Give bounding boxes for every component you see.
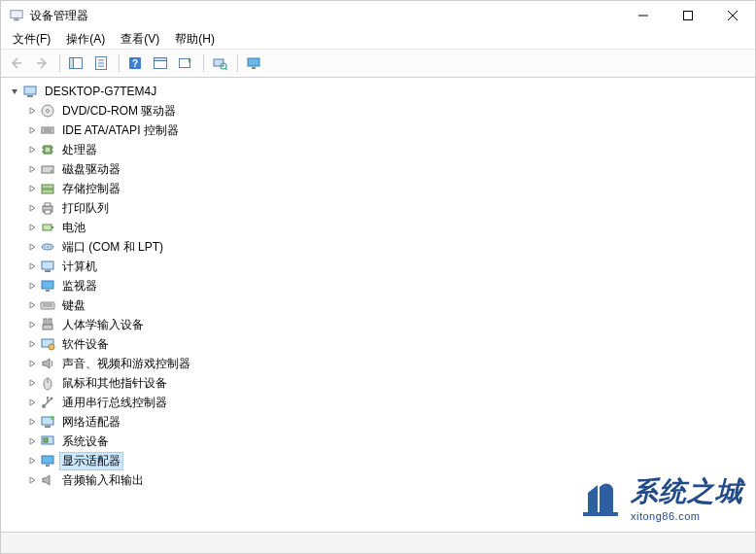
expander-closed-icon[interactable] xyxy=(24,475,40,485)
expander-closed-icon[interactable] xyxy=(24,203,40,213)
tree-category-label[interactable]: 声音、视频和游戏控制器 xyxy=(59,355,193,373)
menu-file[interactable]: 文件(F) xyxy=(5,29,58,50)
toolbar-showhide-button[interactable] xyxy=(64,52,87,74)
tree-category-label[interactable]: 磁盘驱动器 xyxy=(59,160,123,179)
tree-category-label[interactable]: 端口 (COM 和 LPT) xyxy=(59,238,166,257)
expander-closed-icon[interactable] xyxy=(24,184,40,193)
menu-view[interactable]: 查看(V) xyxy=(113,29,167,50)
sound-icon xyxy=(40,356,55,371)
tree-category-node[interactable]: 网络适配器 xyxy=(24,412,753,432)
expander-closed-icon[interactable] xyxy=(24,456,40,466)
expander-closed-icon[interactable] xyxy=(24,145,40,155)
ide-icon xyxy=(40,122,55,138)
tree-category-label[interactable]: IDE ATA/ATAPI 控制器 xyxy=(59,121,182,140)
expander-closed-icon[interactable] xyxy=(24,223,40,232)
watermark-url: xitong86.com xyxy=(631,510,743,522)
expander-closed-icon[interactable] xyxy=(24,164,40,174)
tree-category-node[interactable]: 软件设备 xyxy=(24,334,753,354)
tree-category-label[interactable]: 网络适配器 xyxy=(59,413,123,432)
toolbar-scan-button[interactable] xyxy=(208,52,231,74)
tree-category-node[interactable]: 通用串行总线控制器 xyxy=(24,393,753,412)
tree-category-node[interactable]: 端口 (COM 和 LPT) xyxy=(24,237,753,257)
expander-closed-icon[interactable] xyxy=(24,261,40,271)
menubar: 文件(F) 操作(A) 查看(V) 帮助(H) xyxy=(1,30,755,50)
tree-category-node[interactable]: 监视器 xyxy=(24,276,753,295)
tree-category-node[interactable]: IDE ATA/ATAPI 控制器 xyxy=(24,121,753,140)
tree-root-node[interactable]: DESKTOP-G7TEM4J xyxy=(7,82,753,101)
svg-point-25 xyxy=(47,110,50,113)
expander-closed-icon[interactable] xyxy=(24,359,40,368)
tree-category-label[interactable]: 电池 xyxy=(59,219,88,237)
expander-closed-icon[interactable] xyxy=(24,378,40,388)
toolbar-monitor-button[interactable] xyxy=(242,52,265,74)
svg-rect-49 xyxy=(45,270,51,272)
tree-category-label[interactable]: 处理器 xyxy=(59,141,100,159)
expander-closed-icon[interactable] xyxy=(24,281,40,291)
tree-category-node[interactable]: 鼠标和其他指针设备 xyxy=(24,373,753,393)
tree-category-node[interactable]: 显示适配器 xyxy=(24,451,753,470)
statusbar xyxy=(1,532,755,553)
tree-category-label[interactable]: 打印队列 xyxy=(59,199,112,218)
tree-category-label[interactable]: DVD/CD-ROM 驱动器 xyxy=(59,102,179,121)
device-tree[interactable]: DESKTOP-G7TEM4JDVD/CD-ROM 驱动器IDE ATA/ATA… xyxy=(1,78,755,532)
tree-category-label[interactable]: 键盘 xyxy=(59,296,88,315)
toolbar-forward-button xyxy=(30,52,53,74)
menu-help[interactable]: 帮助(H) xyxy=(167,29,223,50)
svg-rect-72 xyxy=(42,456,53,464)
audio-icon xyxy=(40,472,55,488)
tree-category-label[interactable]: 监视器 xyxy=(59,277,100,295)
keyboard-icon xyxy=(40,297,55,313)
toolbar-separator xyxy=(59,54,60,72)
tree-category-label[interactable]: 通用串行总线控制器 xyxy=(59,394,170,412)
tree-category-label[interactable]: 存储控制器 xyxy=(59,180,123,198)
tree-category-label[interactable]: 计算机 xyxy=(59,258,100,276)
tree-category-label[interactable]: 系统设备 xyxy=(59,433,112,451)
tree-category-node[interactable]: DVD/CD-ROM 驱动器 xyxy=(24,101,753,121)
svg-rect-68 xyxy=(45,426,51,428)
toolbar-action-button[interactable] xyxy=(149,52,172,74)
toolbar-update-button[interactable] xyxy=(174,52,197,74)
tree-root-label[interactable]: DESKTOP-G7TEM4J xyxy=(42,84,159,99)
svg-point-69 xyxy=(51,416,54,420)
disk-icon xyxy=(40,161,55,177)
tree-category-node[interactable]: 计算机 xyxy=(24,257,753,276)
toolbar-properties-button[interactable] xyxy=(89,52,113,74)
tree-category-node[interactable]: 存储控制器 xyxy=(24,179,753,198)
system-icon xyxy=(40,433,55,449)
tree-category-node[interactable]: 键盘 xyxy=(24,295,753,315)
expander-open-icon[interactable] xyxy=(7,87,22,96)
expander-closed-icon[interactable] xyxy=(24,125,40,135)
expander-closed-icon[interactable] xyxy=(24,436,40,446)
expander-closed-icon[interactable] xyxy=(24,339,40,349)
minimize-button[interactable] xyxy=(621,1,666,30)
tree-category-label[interactable]: 人体学输入设备 xyxy=(59,316,147,334)
tree-category-node[interactable]: 音频输入和输出 xyxy=(24,470,753,490)
menu-action[interactable]: 操作(A) xyxy=(58,29,113,50)
toolbar-help-button[interactable]: ? xyxy=(123,52,147,74)
toolbar-back-button xyxy=(5,52,28,74)
tree-category-node[interactable]: 系统设备 xyxy=(24,432,753,451)
tree-category-node[interactable]: 声音、视频和游戏控制器 xyxy=(24,354,753,373)
expander-closed-icon[interactable] xyxy=(24,417,40,427)
svg-text:?: ? xyxy=(132,58,138,69)
svg-rect-30 xyxy=(46,148,50,152)
tree-category-label[interactable]: 软件设备 xyxy=(59,335,112,354)
tree-category-node[interactable]: 处理器 xyxy=(24,140,753,159)
tree-category-node[interactable]: 打印队列 xyxy=(24,198,753,218)
tree-category-node[interactable]: 磁盘驱动器 xyxy=(24,159,753,179)
battery-icon xyxy=(40,220,55,235)
expander-closed-icon[interactable] xyxy=(24,398,40,407)
tree-category-label[interactable]: 显示适配器 xyxy=(59,452,123,470)
expander-closed-icon[interactable] xyxy=(24,242,40,252)
expander-closed-icon[interactable] xyxy=(24,106,40,116)
expander-closed-icon[interactable] xyxy=(24,300,40,310)
svg-rect-71 xyxy=(44,438,48,442)
tree-category-label[interactable]: 鼠标和其他指针设备 xyxy=(59,374,170,393)
expander-closed-icon[interactable] xyxy=(24,320,40,329)
maximize-button[interactable] xyxy=(666,1,710,30)
tree-category-node[interactable]: 人体学输入设备 xyxy=(24,315,753,334)
close-button[interactable] xyxy=(710,1,755,30)
tree-category-node[interactable]: 电池 xyxy=(24,218,753,237)
tree-category-label[interactable]: 音频输入和输出 xyxy=(59,471,147,490)
disc-icon xyxy=(40,103,55,119)
